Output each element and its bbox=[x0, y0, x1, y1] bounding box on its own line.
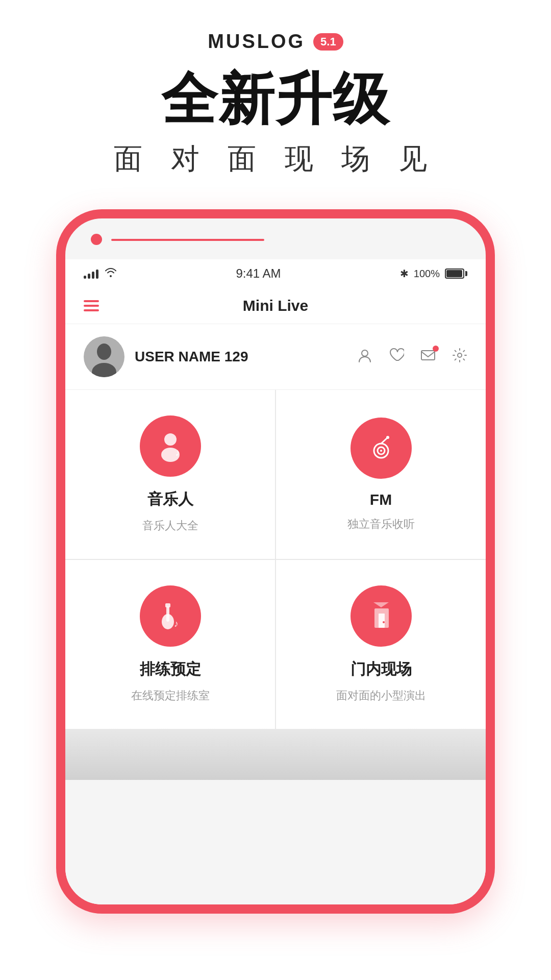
avatar bbox=[84, 336, 124, 377]
svg-rect-4 bbox=[421, 351, 435, 360]
fm-icon-circle bbox=[350, 418, 412, 479]
musician-title: 音乐人 bbox=[147, 489, 193, 510]
status-bar: 9:41 AM ✱ 100% bbox=[65, 259, 486, 288]
headline: 全新升级 bbox=[161, 68, 390, 130]
phone-frame: 9:41 AM ✱ 100% bbox=[56, 209, 495, 914]
status-left bbox=[84, 268, 117, 280]
hamburger-line-1 bbox=[84, 300, 99, 302]
svg-point-6 bbox=[164, 433, 177, 446]
feature-venue[interactable]: 门内现场 面对面的小型演出 bbox=[276, 560, 486, 729]
musician-icon-circle: ♪ bbox=[140, 415, 201, 477]
svg-rect-19 bbox=[379, 614, 385, 628]
user-action-icons bbox=[357, 348, 467, 366]
message-notification-dot bbox=[433, 346, 439, 352]
phone-screen: 9:41 AM ✱ 100% bbox=[65, 259, 486, 904]
svg-rect-15 bbox=[166, 606, 169, 622]
phone-top-accent bbox=[224, 209, 327, 214]
svg-rect-16 bbox=[165, 603, 170, 607]
venue-icon-circle bbox=[350, 585, 412, 647]
svg-point-3 bbox=[362, 350, 368, 356]
message-icon[interactable] bbox=[420, 348, 436, 366]
wifi-icon bbox=[105, 268, 117, 280]
rehearsal-icon-circle: ♪ bbox=[140, 585, 201, 647]
fm-subtitle: 独立音乐收听 bbox=[347, 517, 415, 532]
svg-point-20 bbox=[383, 621, 385, 623]
signal-bars-icon bbox=[84, 268, 98, 279]
camera-dot bbox=[91, 234, 102, 245]
rehearsal-title: 排练预定 bbox=[140, 659, 201, 680]
settings-icon[interactable] bbox=[452, 348, 467, 366]
phone-underline bbox=[111, 239, 264, 241]
status-time: 9:41 AM bbox=[236, 266, 281, 281]
top-branding: MUSLOG 5.1 全新升级 面 对 面 现 场 见 bbox=[114, 0, 437, 209]
hamburger-line-2 bbox=[84, 305, 99, 307]
fm-title: FM bbox=[370, 491, 392, 508]
hamburger-menu-icon[interactable] bbox=[84, 300, 99, 311]
bluetooth-icon: ✱ bbox=[400, 267, 409, 280]
bottom-partial bbox=[65, 729, 486, 780]
svg-point-5 bbox=[458, 353, 462, 357]
user-name: USER NAME 129 bbox=[135, 349, 347, 365]
status-right: ✱ 100% bbox=[400, 267, 467, 280]
feature-musician[interactable]: ♪ 音乐人 音乐人大全 bbox=[65, 390, 275, 559]
subheadline: 面 对 面 现 场 见 bbox=[114, 140, 437, 179]
feature-rehearsal[interactable]: ♪ 排练预定 在线预定排练室 bbox=[65, 560, 275, 729]
feature-fm[interactable]: FM 独立音乐收听 bbox=[276, 390, 486, 559]
signal-bar-4 bbox=[96, 270, 98, 279]
battery-percent: 100% bbox=[414, 268, 440, 280]
brand-name: MUSLOG bbox=[208, 31, 305, 53]
hamburger-line-3 bbox=[84, 309, 99, 311]
features-grid: ♪ 音乐人 音乐人大全 bbox=[65, 390, 486, 729]
musician-subtitle: 音乐人大全 bbox=[142, 518, 198, 533]
svg-point-1 bbox=[97, 344, 111, 360]
venue-subtitle: 面对面的小型演出 bbox=[336, 688, 426, 703]
signal-bar-2 bbox=[88, 274, 90, 279]
svg-text:♪: ♪ bbox=[175, 447, 180, 458]
svg-text:♪: ♪ bbox=[174, 619, 179, 629]
profile-icon[interactable] bbox=[357, 348, 372, 366]
favorite-icon[interactable] bbox=[389, 348, 404, 366]
rehearsal-subtitle: 在线预定排练室 bbox=[131, 688, 210, 703]
battery-icon bbox=[445, 268, 467, 279]
version-badge: 5.1 bbox=[313, 33, 343, 51]
app-title: Mini Live bbox=[243, 297, 308, 314]
svg-point-11 bbox=[380, 450, 382, 452]
app-bar: Mini Live bbox=[65, 288, 486, 324]
phone-mockup: 9:41 AM ✱ 100% bbox=[56, 209, 495, 914]
brand-row: MUSLOG 5.1 bbox=[208, 31, 343, 53]
svg-point-13 bbox=[386, 436, 389, 439]
user-row: USER NAME 129 bbox=[65, 324, 486, 390]
signal-bar-3 bbox=[92, 272, 94, 279]
signal-bar-1 bbox=[84, 276, 86, 279]
venue-title: 门内现场 bbox=[350, 659, 412, 680]
